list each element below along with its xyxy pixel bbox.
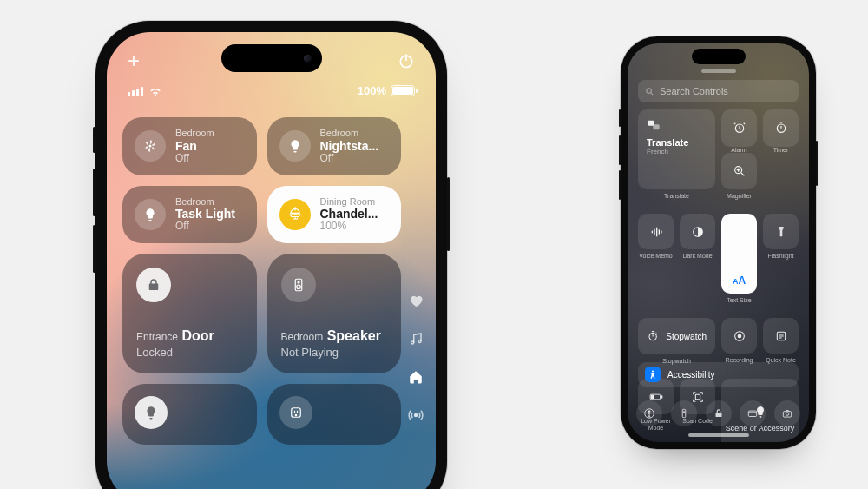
phone-side-button [93,127,95,153]
tile-door[interactable]: Entrance Door Locked [122,254,257,373]
control-magnifier[interactable] [721,153,757,190]
tile-state: Not Playing [281,346,339,359]
svg-point-6 [296,285,300,289]
home-indicator[interactable] [688,433,749,437]
tile-light[interactable] [122,384,257,445]
control-alarm-timer-col1: Magnifier [721,109,757,205]
flashlight-icon [774,225,788,239]
tile-room: Bedroom [175,128,214,139]
lock-icon [136,268,171,302]
tile-room: Bedroom [175,196,235,208]
music-icon[interactable] [408,331,424,347]
phone-side-button [619,135,621,165]
timer-icon [774,121,788,135]
svg-rect-16 [648,121,654,126]
page-indicator[interactable] [408,293,424,423]
tile-name: Fan [175,139,214,153]
svg-point-43 [648,411,650,413]
tile-state: Off [175,153,214,165]
tile-name: Chandel... [320,207,378,221]
svg-point-45 [683,412,684,413]
tile-name: Nightsta... [320,139,379,153]
svg-point-11 [411,341,414,344]
battery-percent: 100% [358,84,386,97]
stopwatch-icon [647,329,659,343]
control-timer[interactable] [763,109,799,147]
phone-side-button [619,170,621,200]
stopwatch-title: Stopwatch [666,332,707,341]
search-controls-field[interactable]: Search Controls [638,80,799,102]
tile-state: Locked [136,346,173,359]
bulb-icon [279,130,311,162]
translate-icon [647,118,661,132]
accessibility-icon [645,367,661,382]
tile-room: Bedroom [320,128,379,139]
control-translate[interactable]: Translate French Translate [638,109,715,205]
tile-room: Dining Room [320,196,378,208]
dock-remote[interactable] [671,400,697,426]
wifi-icon [148,86,162,96]
search-icon [645,87,654,96]
svg-point-5 [298,281,299,283]
battery-icon [391,85,415,96]
control-flashlight[interactable]: Flashlight [763,214,799,309]
svg-point-32 [737,334,741,338]
text-size-icon: AA [733,274,746,287]
control-dark-mode[interactable]: Dark Mode [680,214,715,309]
svg-rect-35 [661,395,661,397]
phone-left-frame: + 100% [95,21,447,489]
tile-nightstand[interactable]: Bedroom Nightsta... Off [267,117,402,175]
dock-camera[interactable] [774,400,800,426]
svg-point-10 [295,414,297,416]
dock-wallet[interactable] [740,400,766,426]
magnifier-icon [733,164,746,178]
tile-fan[interactable]: Bedroom Fan Off [122,117,257,175]
accessibility-label: Accessibility [667,370,714,380]
tile-room: Entrance [136,331,178,343]
fan-icon [135,130,166,162]
recording-icon [733,329,746,343]
svg-point-2 [149,145,152,148]
svg-rect-25 [654,228,654,235]
svg-rect-37 [695,394,700,399]
svg-rect-27 [658,229,659,234]
control-text-size[interactable]: AA Text Size [721,214,757,309]
svg-line-15 [651,92,653,94]
control-voice-memo[interactable]: Voice Memo [638,214,674,309]
translate-subtitle: French [647,148,668,155]
dark-mode-icon [691,225,705,239]
search-placeholder: Search Controls [660,86,728,96]
tile-task-light[interactable]: Bedroom Task Light Off [122,186,257,244]
tile-outlet[interactable] [267,384,402,445]
phone-left-screen: + 100% [107,32,436,489]
phone-side-button [93,169,95,216]
power-button[interactable] [398,52,415,69]
bulb-icon [135,396,168,429]
tile-speaker[interactable]: Bedroom Speaker Not Playing [267,254,402,373]
speaker-icon [281,268,316,302]
svg-point-13 [415,414,418,417]
alarm-icon [733,121,746,135]
phone-side-button [447,177,450,251]
svg-rect-24 [651,230,652,233]
section-accessibility[interactable]: Accessibility [638,362,799,387]
heart-icon[interactable] [408,293,424,308]
chandelier-icon [279,199,311,230]
svg-point-3 [294,214,296,215]
tile-state: 100% [320,221,378,233]
translate-title: Translate [647,137,688,148]
svg-line-20 [741,173,744,175]
svg-rect-28 [661,230,661,233]
control-timer-col2: - [763,109,799,205]
control-alarm[interactable] [721,109,757,147]
dock-accessibility[interactable] [636,400,662,426]
tile-room: Bedroom [281,331,324,343]
add-button[interactable]: + [128,49,140,73]
home-icon[interactable] [408,369,424,385]
broadcast-icon[interactable] [408,407,424,423]
tile-name: Speaker [327,328,381,343]
dock-lock[interactable] [706,400,732,426]
tile-chandelier[interactable]: Dining Room Chandel... 100% [267,186,402,244]
control-label: Dark Mode [682,253,712,265]
grabber[interactable] [628,69,809,73]
